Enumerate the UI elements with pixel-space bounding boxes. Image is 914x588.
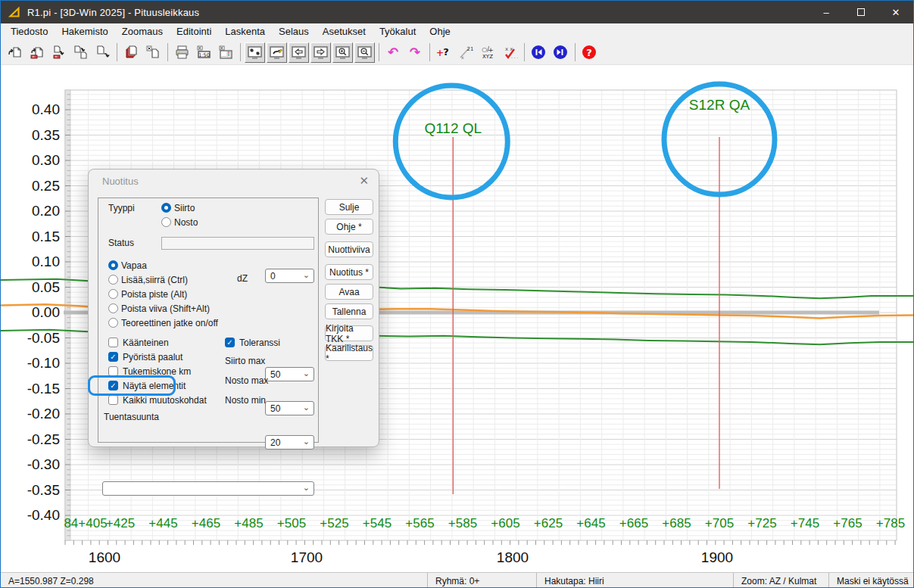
scale-1-50-button[interactable]: 1:50	[194, 42, 214, 63]
svg-text:XYZ: XYZ	[482, 54, 493, 60]
svg-text:0.40: 0.40	[32, 101, 60, 117]
avaa-button[interactable]: Avaa	[325, 284, 373, 300]
nuotitus-button[interactable]: Nuotitus *	[325, 264, 373, 280]
copy-file-button[interactable]	[70, 42, 91, 63]
dz-combo[interactable]: 0⌄	[265, 269, 314, 283]
sulje-button[interactable]: Sulje	[325, 199, 373, 215]
zoom-in-button[interactable]	[332, 42, 353, 63]
tallenna-button[interactable]: Tallenna	[325, 303, 373, 319]
svg-text:-0.25: -0.25	[27, 431, 60, 447]
ohje-button[interactable]: Ohje *	[325, 219, 373, 235]
checkbox-kaanteinen[interactable]: ✓	[108, 338, 118, 347]
menu-editointi[interactable]: Editointi	[170, 24, 218, 39]
point-query-button[interactable]: +?	[434, 42, 454, 63]
svg-text:84+405: 84+405	[64, 516, 107, 530]
prev-element-button[interactable]	[529, 42, 549, 63]
checkbox-kaikki-muutoskohdat[interactable]: ✓	[108, 395, 118, 405]
radio-nosto[interactable]	[161, 217, 171, 227]
radio-poista-viiva[interactable]	[108, 303, 118, 313]
zoom-out-button[interactable]	[354, 42, 375, 63]
siirto-max-combo[interactable]: 50⌄	[265, 367, 314, 381]
menu-zoomaus[interactable]: Zoomaus	[115, 24, 170, 39]
tuentasuunta-combo[interactable]: ⌄	[102, 481, 314, 496]
checkbox-pyorista-paalut[interactable]: ✓	[108, 352, 118, 362]
svg-text:+445: +445	[148, 516, 177, 530]
nuottiviiva-button[interactable]: Nuottiviiva	[325, 241, 373, 257]
next-element-button[interactable]	[551, 42, 571, 63]
toolbar: 1:50↶↷+?21x○/+XYZx x. . .?	[1, 40, 913, 65]
radio-poista-piste[interactable]	[108, 289, 118, 299]
kaarilistaus-button[interactable]: Kaarilistaus *	[325, 345, 373, 361]
svg-text:1700: 1700	[291, 549, 323, 565]
kirjoita-tkk-button[interactable]: Kirjoita TKK *	[325, 325, 373, 341]
file-new-x-button[interactable]	[143, 42, 164, 63]
radio-teoreettinen-jatke[interactable]	[108, 318, 118, 328]
radio-siirto[interactable]	[161, 203, 171, 213]
undo-button[interactable]: ↶	[383, 42, 404, 63]
minimize-button[interactable]: –	[809, 1, 844, 23]
xyz-calc-button[interactable]: ○/+XYZ	[478, 42, 498, 63]
menu-asetukset[interactable]: Asetukset	[316, 24, 373, 39]
menu-selaus[interactable]: Selaus	[272, 24, 316, 39]
window-layout-icon	[218, 45, 234, 61]
svg-text:-0.15: -0.15	[27, 381, 60, 397]
checkbox-tukemiskone-km-label: Tukemiskone km	[123, 366, 191, 377]
checkbox-tukemiskone-km[interactable]: ✓	[108, 366, 118, 376]
svg-text:0.25: 0.25	[32, 178, 60, 194]
export-file-button[interactable]	[92, 42, 113, 63]
checkbox-nayta-elementit[interactable]: ✓	[108, 381, 118, 390]
radio-lisaa-siirra[interactable]	[108, 275, 118, 285]
event-label-2: S12R QA	[689, 97, 750, 113]
file-stack-button[interactable]	[121, 42, 142, 63]
copy-file-icon	[73, 45, 89, 61]
statusbar-zoom-mode[interactable]: Zoom: AZ / Kulmat	[733, 573, 828, 588]
zoom-pen-button[interactable]	[267, 42, 287, 63]
window-layout-button[interactable]	[216, 42, 236, 63]
read-file-disk-button[interactable]	[27, 42, 47, 63]
help-icon: ?	[582, 45, 597, 61]
print-button[interactable]	[172, 42, 192, 63]
menu-tiedosto[interactable]: Tiedosto	[4, 24, 55, 39]
statusbar-group[interactable]: Ryhmä: 0+	[427, 573, 536, 588]
zoom-pen-icon	[269, 45, 285, 61]
write-file-disk-button[interactable]	[48, 42, 69, 63]
pan-right-button[interactable]	[310, 42, 331, 63]
nuotitus-dialog: Nuotitus ✕ Tyyppi Siirto Nosto Status Va…	[88, 169, 379, 447]
svg-text:+785: +785	[876, 516, 905, 530]
nosto-max-combo[interactable]: 50⌄	[265, 401, 314, 415]
maximize-button[interactable]	[844, 1, 878, 23]
menu-laskenta[interactable]: Laskenta	[218, 24, 272, 39]
close-button[interactable]: ✕	[878, 1, 913, 23]
toolbar-separator	[379, 43, 379, 61]
svg-text:+485: +485	[234, 516, 263, 530]
svg-text:0.10: 0.10	[32, 254, 60, 269]
line-21-button[interactable]: 21x	[456, 42, 476, 63]
svg-text:-0.20: -0.20	[27, 406, 60, 422]
svg-text:1900: 1900	[701, 549, 733, 565]
checkbox-nayta-elementit-label: Näytä elementit	[123, 381, 186, 391]
menu-ohje[interactable]: Ohje	[423, 24, 457, 39]
radio-lisaa-siirra-label: Lisää,siirrä (Ctrl)	[121, 275, 188, 285]
svg-text:0.05: 0.05	[32, 279, 60, 295]
statusbar-search-mode[interactable]: Hakutapa: Hiiri	[536, 573, 733, 588]
radio-siirto-label: Siirto	[174, 203, 195, 213]
status-field[interactable]	[161, 237, 314, 250]
help-button[interactable]: ?	[579, 42, 600, 63]
zoom-all-icon	[247, 45, 263, 61]
redo-button[interactable]: ↷	[405, 42, 426, 63]
menu-bar: Tiedosto Hakemisto Zoomaus Editointi Las…	[1, 23, 913, 40]
svg-text:+665: +665	[619, 516, 648, 530]
pan-left-button[interactable]	[289, 42, 309, 63]
status-bar: A=1550.987 Z=0.298 Ryhmä: 0+ Hakutapa: H…	[1, 572, 913, 588]
nosto-min-combo[interactable]: 20⌄	[265, 435, 314, 450]
menu-tyokalut[interactable]: Työkalut	[373, 24, 423, 39]
menu-hakemisto[interactable]: Hakemisto	[55, 24, 114, 39]
checkbox-toleranssi[interactable]: ✓	[225, 338, 235, 347]
dialog-close-icon[interactable]: ✕	[359, 174, 369, 188]
read-file-button[interactable]	[5, 42, 25, 63]
zoom-in-icon	[335, 45, 351, 61]
zoom-all-button[interactable]	[245, 42, 265, 63]
radio-vapaa[interactable]	[108, 260, 118, 270]
check-observations-button[interactable]: x x. . .	[500, 42, 520, 63]
statusbar-mask-state[interactable]: Maski ei käytössä	[828, 573, 913, 588]
